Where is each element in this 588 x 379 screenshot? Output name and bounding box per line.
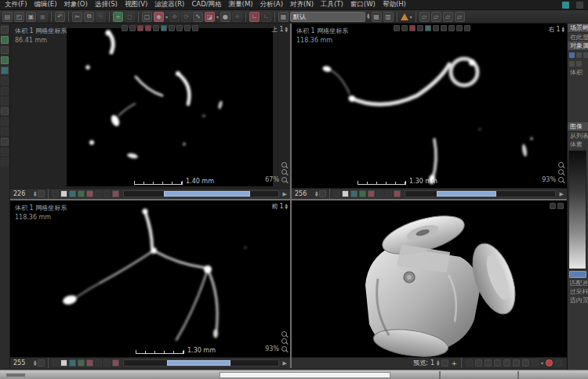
render-option-icon[interactable] [522,359,529,366]
slice-next-icon[interactable]: ▶ [560,191,564,197]
slice-marker-icon[interactable] [69,190,76,197]
erase-tool-icon[interactable] [1,77,9,85]
lock-icon[interactable] [576,52,582,58]
menu-select[interactable]: 选择(S) [95,0,118,9]
render-option-icon[interactable] [503,359,510,366]
layout-4-icon[interactable]: ▱ [455,12,465,22]
clip-dropdown-icon[interactable]: ▾ [216,14,219,20]
preset-save-icon[interactable]: ▦ [372,12,382,22]
zoom-in-icon[interactable] [281,331,287,337]
slice-annotate-icon[interactable] [368,190,375,197]
slice-marker-icon[interactable] [350,190,358,197]
folder-icon[interactable] [583,52,588,58]
mini-tool-icon[interactable] [464,25,470,31]
mini-tool-icon[interactable] [122,25,128,31]
render-option-icon[interactable] [475,359,482,366]
slice-annotate-icon[interactable] [86,190,93,197]
zoom-out-icon[interactable] [558,169,564,175]
roi-tool-icon[interactable] [1,107,9,115]
register-dropdown-icon[interactable]: ▾ [165,14,168,20]
mini-tool-icon[interactable] [401,25,408,31]
slice-slider[interactable] [123,190,278,197]
coordinate-alt-icon[interactable]: ∟ [261,12,271,22]
view-spinner[interactable]: ▲▼ [285,27,288,33]
add-view-icon[interactable]: + [451,359,457,367]
mini-tool-icon[interactable] [169,25,175,31]
slice-spinner[interactable]: ▲▼ [34,360,36,366]
slice-slider[interactable] [123,359,278,366]
new-file-icon[interactable]: ▤ [2,12,13,22]
annotation-tool-icon[interactable] [1,138,9,146]
viewport-right[interactable]: 体积 1 网格坐标系 118.36 mm 右 1 ▲▼ 93% 1.30 mm … [292,23,567,199]
extract-tool-icon[interactable] [1,128,9,135]
slice-contrast-icon[interactable] [60,190,67,197]
mini-tool-icon[interactable] [409,25,416,31]
slice-measure-icon[interactable] [359,190,366,197]
select-tool-icon[interactable]: ▢ [142,12,152,22]
brush-tool-icon[interactable] [1,56,9,64]
slice-number[interactable]: 226 [13,190,32,197]
import-icon[interactable]: ◻ [125,12,135,22]
mini-tool-icon[interactable] [441,25,447,31]
menu-object[interactable]: 对象(O) [64,0,88,9]
viewport-front[interactable]: 体积 1 网格坐标系 118.36 mm 前 1 ▲▼ 93% 1.30 mm … [10,200,290,368]
slice-slider[interactable] [405,190,555,197]
mini-tool-icon[interactable] [417,25,423,31]
mini-tool-icon[interactable] [161,25,167,31]
slice-slider-fill[interactable] [167,360,230,366]
slice-cursor-icon[interactable] [52,359,59,366]
render-option-icon[interactable] [485,359,492,366]
view-orientation-control[interactable]: 右 1 ▲▼ [548,25,564,34]
menu-analyze[interactable]: 分析(A) [260,0,283,9]
mini-tool-icon[interactable] [456,25,463,31]
slice-measure-icon[interactable] [78,190,85,197]
slice-pen-icon[interactable] [38,359,45,366]
theme-icon[interactable] [562,2,569,9]
object-properties-header[interactable]: 对象属性 [568,42,588,51]
status-grip[interactable] [6,374,25,377]
layout-1-icon[interactable]: ▱ [419,12,430,22]
menu-window[interactable]: 窗口(W) [350,0,376,9]
mini-tool-icon[interactable] [145,25,151,31]
mini-tool-icon[interactable] [184,25,191,31]
slice-record-icon[interactable] [394,190,401,197]
mini-tool-icon[interactable] [425,25,431,31]
slice-tool-icon[interactable] [1,158,9,166]
match-view-row[interactable]: 匹配画 [568,279,588,287]
viewport-3d[interactable]: 预览: 1 ▲▼ + ▾ [292,200,567,368]
measure-icon[interactable]: ✎ [193,12,203,22]
menu-measure[interactable]: 测量(M) [229,0,253,9]
slice-grid-icon[interactable] [376,190,383,197]
preset-spinner[interactable]: ▲▼ [367,13,369,20]
visibility-icon[interactable] [569,52,575,58]
mini-tool-icon[interactable] [550,203,556,209]
slice-cursor-icon[interactable] [52,190,59,197]
slice-grid-icon[interactable] [95,359,102,366]
render-option-icon[interactable] [532,359,539,366]
sphere-tool-icon[interactable]: ● [220,12,230,22]
slice-grid-icon[interactable] [95,190,102,197]
open-file-icon[interactable]: ◰ [14,12,24,22]
transform-icon[interactable]: ✥ [169,12,180,22]
grayscale-histogram[interactable] [568,150,586,269]
ct-slice-top-image[interactable] [67,28,273,186]
snapshot-icon[interactable] [555,359,562,366]
lasso-tool-icon[interactable] [1,46,9,54]
surface-tool-icon[interactable] [1,117,9,125]
scene-tree-header[interactable]: 场景树 [568,23,588,33]
paste-icon[interactable]: ⎘ [96,12,106,22]
render-option-icon[interactable] [466,359,473,366]
slice-annotate-icon[interactable] [86,359,93,366]
zoom-fit-icon[interactable] [558,177,564,182]
clip-tool-icon[interactable]: ◪ [205,12,215,22]
menu-align[interactable]: 对齐(N) [290,0,314,9]
slice-draw-icon[interactable] [103,359,111,366]
slice-pen-icon[interactable] [38,190,45,197]
ct-slice-front-image[interactable] [10,200,290,357]
slice-spinner[interactable]: ▲▼ [315,191,318,197]
mini-tool-icon[interactable] [448,25,455,31]
undo-icon[interactable]: ↶ [55,12,65,22]
tree-item-volume[interactable]: 体积 [568,68,588,77]
mesh-icon[interactable] [576,61,582,67]
menu-filter[interactable]: 滤波器(R) [154,0,184,9]
